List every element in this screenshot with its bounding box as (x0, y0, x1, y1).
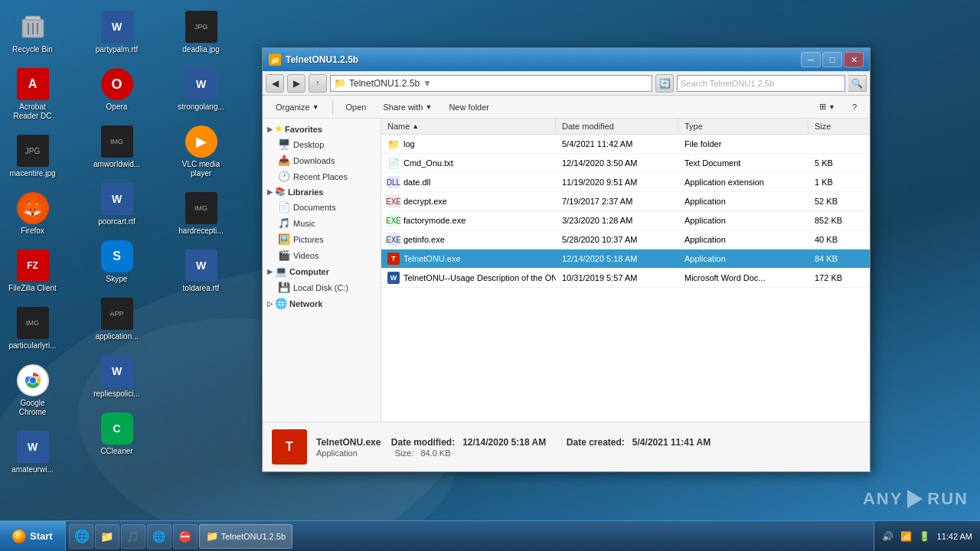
table-row[interactable]: 📁 log 5/4/2021 11:42 AM File folder (381, 135, 870, 154)
desktop-icon-replies[interactable]: W repliespolici... (88, 352, 145, 402)
desktop-icon-toldarea[interactable]: W toldarea.rtf (172, 246, 230, 296)
table-row[interactable]: EXE factorymode.exe 3/23/2020 1:28 AM Ap… (381, 211, 870, 230)
file-name-cell: EXE factorymode.exe (381, 211, 556, 230)
table-row[interactable]: W TelnetONU--Usage Description of the ON… (381, 269, 870, 288)
desktop-icon-vlc[interactable]: ▶ VLC media player (172, 122, 230, 181)
desktop-icon-ccleaner[interactable]: C CCleaner (88, 409, 145, 459)
nav-pictures[interactable]: 🖼️ Pictures (263, 231, 381, 247)
desktop-icon-macentire[interactable]: JPG macentire.jpg (4, 132, 61, 181)
col-size[interactable]: Size (808, 119, 870, 134)
file-date-cell: 5/4/2021 11:42 AM (556, 135, 678, 153)
desktop-icon-poorcart[interactable]: W poorcart.rtf (88, 180, 145, 230)
view-options-button[interactable]: ⊞ ▼ (812, 98, 842, 116)
file-size-cell: 852 KB (808, 211, 870, 230)
computer-header[interactable]: ▶ 💻 Computer (263, 263, 381, 279)
desktop-icon-deadlia[interactable]: JPG deadlia.jpg (172, 8, 230, 57)
close-button[interactable]: ✕ (844, 52, 864, 67)
organize-button[interactable]: Organize ▼ (269, 98, 326, 116)
tray-battery-icon[interactable]: 🔋 (919, 530, 931, 543)
disk-icon: 💾 (278, 282, 290, 293)
favorites-header[interactable]: ▶ ★ Favorites (263, 122, 381, 136)
file-size-cell: 172 KB (808, 269, 870, 287)
desktop-icon-skype[interactable]: S Skype (88, 237, 145, 287)
new-folder-button[interactable]: New folder (442, 98, 496, 116)
libraries-label: Libraries (288, 187, 323, 197)
search-button[interactable]: 🔍 (848, 75, 867, 92)
file-type-cell: Text Document (678, 154, 808, 172)
refresh-button[interactable]: 🔄 (655, 74, 674, 93)
computer-label: Computer (289, 267, 329, 276)
desktop-icon-opera[interactable]: O Opera (88, 65, 145, 115)
computer-icon: 💻 (275, 266, 287, 277)
address-text: TelnetONU1.2.5b (349, 78, 420, 89)
file-list: Name ▲ Date modified Type Size (381, 119, 870, 422)
col-name[interactable]: Name ▲ (381, 119, 556, 134)
desktop-icon-filezilla[interactable]: FZ FileZilla Client (4, 246, 61, 296)
address-path[interactable]: 📁 TelnetONU1.2.5b ▼ (330, 75, 652, 92)
network-label: Network (289, 299, 322, 308)
particularly-label: particularlyri... (8, 341, 56, 350)
desktop-icon-application[interactable]: APP application... (88, 295, 145, 344)
taskbar-ie-icon[interactable]: 🌐 (69, 524, 93, 549)
desktop-icon-amworldwid[interactable]: IMG amworldwid... (88, 122, 145, 172)
nav-downloads[interactable]: 📥 Downloads (263, 152, 381, 168)
open-button[interactable]: Open (339, 98, 374, 116)
table-row[interactable]: EXE getinfo.exe 5/28/2020 10:37 AM Appli… (381, 230, 870, 249)
network-header[interactable]: ▷ 🌐 Network (263, 295, 381, 311)
maximize-button[interactable]: □ (822, 52, 842, 67)
table-row[interactable]: 📄 Cmd_Onu.txt 12/14/2020 3:50 AM Text Do… (381, 154, 870, 173)
file-name-cell: W TelnetONU--Usage Description of the ON… (381, 269, 556, 287)
desktop-icon-strongolang[interactable]: W strongolang... (172, 65, 230, 115)
desktop-icon-particularly[interactable]: IMG particularlyri... (4, 304, 61, 354)
taskbar-right: 🔊 📶 🔋 11:42 AM (874, 521, 980, 552)
documents-icon: 📄 (278, 201, 290, 213)
col-type[interactable]: Type (678, 119, 808, 134)
tray-speaker-icon[interactable]: 🔊 (882, 530, 894, 543)
taskbar-folder-icon[interactable]: 📁 (95, 524, 119, 549)
col-date[interactable]: Date modified (556, 119, 678, 134)
table-row[interactable]: EXE decrypt.exe 7/19/2017 2:37 AM Applic… (381, 192, 870, 211)
taskbar-media-icon[interactable]: 🎵 (121, 524, 145, 549)
desktop-icon-hardrecepti[interactable]: IMG hardrecepti... (172, 189, 230, 239)
network-icon: 🌐 (275, 298, 287, 309)
desktop-icon-chrome[interactable]: Google Chrome (4, 361, 61, 420)
nav-recent-places[interactable]: 🕐 Recent Places (263, 168, 381, 184)
nav-documents[interactable]: 📄 Documents (263, 199, 381, 215)
toolbar-separator-1 (332, 99, 333, 115)
music-icon: 🎵 (278, 217, 290, 229)
file-type-cell: Application (678, 211, 808, 230)
search-bar[interactable]: Search TelnetONU1.2.5b (677, 75, 845, 92)
help-button[interactable]: ? (845, 98, 864, 116)
file-type-cell: Application (678, 230, 808, 249)
minimize-button[interactable]: ─ (801, 52, 821, 67)
toldarea-label: toldarea.rtf (183, 284, 220, 293)
nav-videos[interactable]: 🎬 Videos (263, 247, 381, 263)
favorites-star-icon: ★ (275, 124, 283, 134)
nav-local-disk[interactable]: 💾 Local Disk (C:) (263, 279, 381, 295)
nav-music-label: Music (293, 219, 315, 228)
start-button[interactable]: Start (0, 521, 66, 552)
opera-icon: O (101, 68, 133, 100)
organize-dropdown-icon: ▼ (312, 103, 319, 111)
desktop-icon-recycle-bin[interactable]: Recycle Bin (4, 8, 61, 57)
table-row[interactable]: DLL date.dll 11/19/2020 9:51 AM Applicat… (381, 173, 870, 192)
window-icon: 📁 (269, 54, 281, 66)
libraries-header[interactable]: ▶ 📚 Libraries (263, 184, 381, 199)
nav-desktop[interactable]: 🖥️ Desktop (263, 136, 381, 152)
nav-music[interactable]: 🎵 Music (263, 215, 381, 231)
share-with-button[interactable]: Share with ▼ (376, 98, 439, 116)
desktop-icon-acrobat[interactable]: A Acrobat Reader DC (4, 65, 61, 124)
forward-button[interactable]: ▶ (287, 74, 305, 93)
desktop-icon-firefox[interactable]: 🦊 Firefox (4, 189, 61, 239)
system-clock[interactable]: 11:42 AM (937, 532, 972, 541)
taskbar-explorer-item[interactable]: 📁 TelnetONU1.2.5b (199, 524, 292, 549)
table-row[interactable]: T TelnetONU.exe 12/14/2020 5:18 AM Appli… (381, 249, 870, 269)
taskbar-stop-icon[interactable]: ⛔ (173, 524, 198, 549)
back-button[interactable]: ◀ (266, 74, 284, 93)
desktop-icon-partypalm[interactable]: W partypalm.rtf (88, 8, 145, 57)
up-button[interactable]: ↑ (309, 74, 327, 93)
anyrun-text-any: ANY (863, 489, 903, 509)
tray-network-icon[interactable]: 📶 (900, 530, 913, 543)
desktop-icon-amateurwi[interactable]: W amateurwi... (4, 428, 61, 478)
taskbar-chrome-icon[interactable]: 🌐 (147, 524, 172, 549)
